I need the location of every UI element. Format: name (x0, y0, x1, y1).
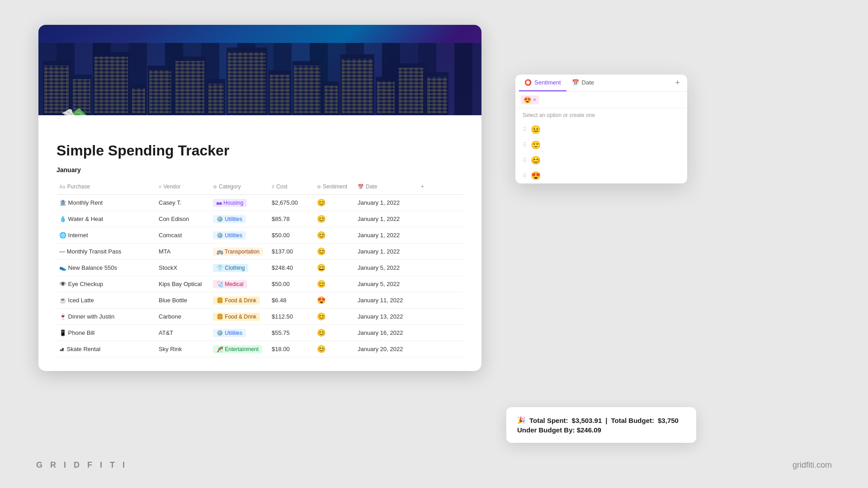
cell-purchase: ⛸ Skate Rental (57, 343, 156, 355)
cell-date: January 1, 2022 (355, 229, 418, 241)
tab-sentiment[interactable]: ⭕ Sentiment (519, 75, 566, 91)
cell-category: 🩺 Medical (210, 277, 269, 291)
selected-sentiment-tag[interactable]: 😍 × (521, 95, 539, 104)
dropdown-option[interactable]: ⠿ 😐 (515, 122, 687, 137)
category-tag[interactable]: 👕 Clothing (213, 264, 248, 272)
table-row[interactable]: 👁️ Eye Checkup Kips Bay Optical 🩺 Medica… (57, 276, 463, 292)
cell-date: January 20, 2022 (355, 343, 418, 355)
cell-category: 🚌 Transportation (210, 245, 269, 258)
category-tag[interactable]: ⚙️ Utilities (213, 329, 246, 337)
branding-left: G R I D F I T I (36, 460, 127, 470)
total-budget-label: Total Budget: (611, 417, 654, 424)
table-row[interactable]: ☕ Iced Latte Blue Bottle 🍔 Food & Drink … (57, 292, 463, 309)
add-column-button[interactable]: + (671, 76, 684, 89)
cell-sentiment: 😊 (314, 310, 355, 324)
table-row[interactable]: 💧 Water & Heat Con Edison ⚙️ Utilities $… (57, 211, 463, 227)
under-budget-value: $246.09 (577, 426, 601, 434)
table-row[interactable]: 🏦 Monthly Rent Casey T. 🏘 Housing $2,675… (57, 195, 463, 211)
table-row[interactable]: 👟 New Balance 550s StockX 👕 Clothing $24… (57, 260, 463, 276)
cell-cost: $6.48 (269, 294, 314, 306)
cell-purchase: ☕ Iced Latte (57, 294, 156, 306)
cell-cost: $85.78 (269, 213, 314, 225)
option-emoji: 😐 (531, 125, 541, 135)
cell-sentiment: 😊 (314, 196, 355, 210)
category-tag[interactable]: 🍔 Food & Drink (213, 296, 260, 305)
cell-date: January 1, 2022 (355, 197, 418, 209)
cell-vendor: Casey T. (156, 197, 210, 209)
cell-extra (418, 249, 432, 254)
cell-category: ⚙️ Utilities (210, 229, 269, 242)
option-search-input[interactable] (542, 97, 682, 103)
table-row[interactable]: 🌐 Internet Comcast ⚙️ Utilities $50.00 😊… (57, 227, 463, 244)
col-add[interactable]: + (418, 182, 432, 192)
dropdown-option[interactable]: ⠿ 🙂 (515, 137, 687, 153)
cell-extra (418, 200, 432, 206)
category-tag[interactable]: 🩺 Medical (213, 280, 247, 288)
cell-sentiment: 😍 (314, 293, 355, 307)
category-tag[interactable]: ⚙️ Utilities (213, 215, 246, 223)
card-content: Simple Spending Tracker January Aa Purch… (38, 115, 481, 371)
equal-icon: ≡ (159, 184, 161, 189)
cell-category: 🍔 Food & Drink (210, 294, 269, 307)
category-tag[interactable]: 🎢 Entertainment (213, 345, 262, 353)
table-row[interactable]: 📱 Phone Bill AT&T ⚙️ Utilities $55.75 😊 … (57, 325, 463, 341)
cell-sentiment: 😊 (314, 342, 355, 356)
drag-handle-icon: ⠿ (523, 173, 526, 179)
option-emoji: 🙂 (531, 140, 541, 150)
option-emoji: 😊 (531, 155, 541, 165)
budget-title-row: 🎉 Total Spent: $3,503.91 | Total Budget:… (517, 416, 685, 424)
date-tab-icon: 📅 (572, 79, 579, 86)
cell-extra (418, 216, 432, 222)
cell-category: 🏘 Housing (210, 196, 269, 210)
cell-purchase: 👟 New Balance 550s (57, 262, 156, 274)
cell-category: 🎢 Entertainment (210, 343, 269, 356)
category-tag[interactable]: 🏘 Housing (213, 199, 247, 207)
cell-cost: $55.75 (269, 327, 314, 339)
budget-card: 🎉 Total Spent: $3,503.91 | Total Budget:… (506, 407, 696, 443)
sentiment-dropdown[interactable]: ⭕ Sentiment 📅 Date + 😍 × Select an optio… (515, 75, 687, 183)
smiley-col-icon: ⊕ (317, 184, 321, 190)
category-tag[interactable]: ⚙️ Utilities (213, 231, 246, 239)
cell-date: January 5, 2022 (355, 262, 418, 274)
cell-purchase: 🌐 Internet (57, 229, 156, 241)
under-budget-row: Under Budget By: $246.09 (517, 426, 685, 434)
hero-buildings (38, 47, 481, 115)
category-tag[interactable]: 🍔 Food & Drink (213, 313, 260, 321)
main-card: 💸 Simple Spending Tracker January Aa Pur… (38, 25, 481, 371)
cell-vendor: StockX (156, 262, 210, 274)
drag-handle-icon: ⠿ (523, 157, 526, 164)
cell-purchase: 👁️ Eye Checkup (57, 278, 156, 290)
table-row[interactable]: — Monthly Transit Pass MTA 🚌 Transportat… (57, 244, 463, 260)
table-row[interactable]: 🍷 Dinner with Justin Carbone 🍔 Food & Dr… (57, 309, 463, 325)
cell-sentiment: 😊 (314, 228, 355, 242)
cell-sentiment: 😄 (314, 261, 355, 275)
col-purchase: Aa Purchase (57, 182, 156, 192)
col-vendor: ≡ Vendor (156, 182, 210, 192)
cell-category: 👕 Clothing (210, 261, 269, 275)
cell-date: January 5, 2022 (355, 278, 418, 290)
col-cost: # Cost (269, 182, 314, 192)
remove-tag-button[interactable]: × (533, 97, 536, 103)
cell-vendor: Carbone (156, 310, 210, 323)
cell-sentiment: 😊 (314, 244, 355, 258)
cell-purchase: — Monthly Transit Pass (57, 245, 156, 258)
cell-vendor: Con Edison (156, 213, 210, 225)
circle-icon: ⊕ (213, 184, 217, 190)
cell-vendor: AT&T (156, 327, 210, 339)
cell-category: 🍔 Food & Drink (210, 310, 269, 324)
cell-date: January 13, 2022 (355, 310, 418, 323)
text-icon: Aa (59, 184, 65, 189)
dropdown-option[interactable]: ⠿ 😍 (515, 168, 687, 183)
under-budget-label: Under Budget By: (517, 426, 575, 434)
cell-sentiment: 😊 (314, 326, 355, 340)
total-spent-value: $3,503.91 (572, 417, 602, 424)
cell-extra (418, 330, 432, 336)
date-tab-label: Date (582, 79, 594, 86)
tab-date[interactable]: 📅 Date (566, 75, 599, 91)
table-row[interactable]: ⛸ Skate Rental Sky Rink 🎢 Entertainment … (57, 341, 463, 357)
cell-category: ⚙️ Utilities (210, 326, 269, 340)
spending-table: Aa Purchase ≡ Vendor ⊕ Category # Cost ⊕ (57, 179, 463, 357)
dropdown-option[interactable]: ⠿ 😊 (515, 153, 687, 168)
category-tag[interactable]: 🚌 Transportation (213, 248, 263, 256)
option-emoji: 😍 (531, 171, 541, 181)
